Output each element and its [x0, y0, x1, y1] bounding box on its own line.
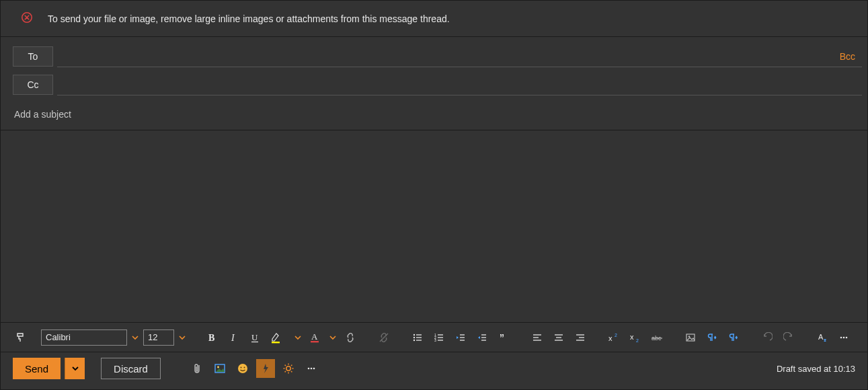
svg-text:A: A	[311, 332, 318, 342]
svg-point-54	[286, 366, 290, 370]
ltr-button[interactable]	[703, 328, 721, 347]
clear-formatting-button[interactable]: A	[813, 328, 832, 347]
undo-button[interactable]	[758, 328, 777, 347]
svg-line-59	[285, 365, 286, 366]
svg-text:x: x	[608, 334, 613, 342]
action-more-button[interactable]	[302, 359, 321, 378]
svg-text:3: 3	[434, 338, 436, 342]
cc-row: Cc	[13, 71, 862, 99]
font-name-input[interactable]	[41, 329, 127, 346]
italic-button[interactable]: I	[224, 328, 243, 347]
to-button[interactable]: To	[13, 46, 53, 67]
discard-button-label: Discard	[114, 363, 148, 375]
to-button-label: To	[28, 51, 38, 62]
cc-button-label: Cc	[27, 79, 38, 90]
bcc-button[interactable]: Bcc	[840, 51, 855, 62]
highlight-color-button[interactable]	[267, 328, 290, 347]
increase-indent-button[interactable]	[473, 328, 491, 347]
svg-point-47	[843, 336, 845, 338]
error-icon	[21, 11, 33, 26]
svg-line-61	[285, 371, 286, 372]
font-color-button[interactable]: A	[306, 328, 325, 347]
font-name-dropdown[interactable]	[130, 329, 141, 346]
svg-point-50	[217, 366, 219, 368]
cc-button[interactable]: Cc	[13, 75, 53, 95]
attach-file-button[interactable]	[188, 359, 206, 378]
message-body[interactable]	[1, 130, 867, 323]
remove-link-button[interactable]	[374, 328, 393, 347]
subscript-button[interactable]: x2	[626, 328, 645, 347]
bold-button[interactable]: B	[202, 328, 221, 347]
svg-text:x: x	[630, 333, 634, 341]
svg-text:I: I	[231, 333, 235, 343]
svg-line-62	[291, 365, 292, 366]
svg-line-8	[380, 334, 388, 342]
align-right-button[interactable]	[571, 328, 590, 347]
format-more-button[interactable]	[834, 328, 853, 347]
underline-button[interactable]: U	[245, 328, 264, 347]
svg-point-51	[238, 364, 247, 373]
insert-picture-inline-button[interactable]	[681, 328, 700, 347]
decrease-indent-button[interactable]	[451, 328, 470, 347]
svg-point-11	[413, 339, 415, 340]
svg-point-10	[413, 336, 415, 338]
draft-saved-status: Draft saved at 10:13	[777, 364, 861, 374]
svg-point-46	[840, 336, 842, 338]
cc-input[interactable]	[57, 74, 862, 95]
strikethrough-button[interactable]: abc	[647, 328, 666, 347]
recipients-section: To Bcc Cc	[1, 37, 867, 99]
to-row: To Bcc	[13, 42, 862, 71]
align-center-button[interactable]	[549, 328, 568, 347]
redo-button[interactable]	[779, 328, 798, 347]
to-input[interactable]	[57, 46, 862, 67]
svg-text:B: B	[208, 333, 214, 343]
font-size-dropdown[interactable]	[177, 329, 188, 346]
align-left-button[interactable]	[528, 328, 547, 347]
svg-line-60	[291, 371, 292, 372]
svg-text:2: 2	[615, 333, 617, 338]
svg-point-9	[413, 334, 415, 335]
svg-text:2: 2	[636, 338, 639, 343]
toggle-dark-mode-button[interactable]	[279, 359, 298, 378]
superscript-button[interactable]: x2	[604, 328, 623, 347]
send-button-label: Send	[25, 363, 48, 375]
svg-point-48	[846, 336, 848, 338]
svg-text:U: U	[251, 332, 258, 342]
svg-point-52	[240, 367, 241, 368]
font-color-dropdown[interactable]	[327, 329, 338, 346]
svg-point-64	[311, 368, 313, 370]
subject-row	[1, 104, 867, 130]
insert-link-button[interactable]	[341, 328, 360, 347]
svg-rect-5	[272, 342, 280, 343]
insert-picture-button[interactable]	[210, 359, 229, 378]
svg-text:A: A	[818, 333, 824, 341]
font-size-input[interactable]	[143, 329, 174, 346]
svg-point-53	[243, 367, 245, 368]
subject-input[interactable]	[13, 108, 855, 120]
notification-text: To send your file or image, remove large…	[48, 13, 450, 24]
send-options-dropdown[interactable]	[65, 358, 85, 379]
action-toolbar: Send Discard Draft saved at 10:13	[1, 352, 867, 385]
quote-button[interactable]: ”	[494, 328, 513, 347]
highlight-color-dropdown[interactable]	[292, 329, 303, 346]
rtl-button[interactable]	[724, 328, 743, 347]
format-painter-button[interactable]	[11, 328, 30, 347]
format-toolbar: B I U A 123 ” x2	[1, 323, 867, 352]
emoji-button[interactable]	[233, 359, 252, 378]
numbered-list-button[interactable]: 123	[430, 328, 448, 347]
svg-point-65	[313, 368, 315, 370]
giphy-button[interactable]	[256, 359, 275, 378]
discard-button[interactable]: Discard	[101, 358, 161, 379]
send-button[interactable]: Send	[13, 358, 61, 379]
bulleted-list-button[interactable]	[408, 328, 427, 347]
svg-text:”: ”	[500, 332, 504, 343]
svg-point-63	[308, 368, 310, 370]
svg-rect-7	[311, 341, 319, 342]
notification-bar: To send your file or image, remove large…	[1, 1, 867, 37]
